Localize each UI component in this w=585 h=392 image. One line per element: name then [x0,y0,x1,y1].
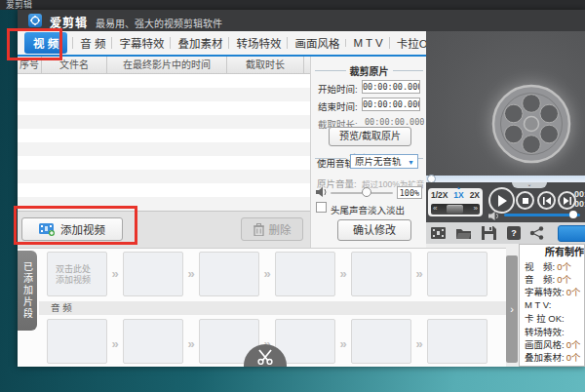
audio-clip-slot[interactable] [47,319,107,364]
jog-shuttle[interactable]: « » [431,204,480,215]
fade-checkbox[interactable] [316,202,327,213]
volume-percent-input[interactable] [397,186,422,199]
summary-title: 所有制作 [520,245,584,259]
confirm-changes-button[interactable]: 确认修改 [337,219,411,241]
time-total: 00:00:00 [574,199,585,209]
help-icon[interactable]: ? [507,226,521,240]
settings-panel: 裁剪原片 开始时间: 结束时间: 截取时长: 00:00:00.000 预览/截… [310,57,426,248]
video-clip-slot[interactable] [427,252,488,296]
tab-video[interactable]: 视 频 [24,32,67,54]
column-clip-duration: 截取时长 [227,57,304,73]
audio-track-value: 原片无音轨 [355,156,402,167]
summary-row-video: 视 频:0个 [520,259,584,272]
tab-subtitle-effects[interactable]: 字幕特效 [113,32,170,54]
chevron-icon: » [335,266,351,281]
speed-control: 1/2X ▴1X 2X « » [428,188,483,216]
film-reel-icon [490,83,572,165]
clip-duration-value: 00:00:00.000 [365,117,424,127]
summary-row-audio: 音 频:0个 [520,272,584,285]
taskbar-strip: 爱剪辑 [0,0,585,10]
jog-thumb[interactable] [447,205,463,214]
stop-button[interactable] [516,191,534,210]
audio-row-label: 音 频 [39,301,506,315]
tab-transition-effects[interactable]: 转场特效 [230,32,287,54]
volume-speaker-icon [488,212,500,220]
playback-controls: ⌄ 1/2X ▴1X 2X « » [426,182,585,222]
end-time-input[interactable] [362,98,420,111]
delete-label: 删除 [269,221,292,237]
app-logo-icon [28,14,42,27]
save-icon[interactable] [482,226,496,240]
timeline-section: 已添加片段 双击此处添加视频 » » » » » 音 频 » [18,248,506,367]
jog-left-icon: « [433,204,437,214]
chevron-icon: » [259,266,275,281]
taskbar-window-title: 爱剪辑 [6,0,32,10]
app-window: 爱剪辑 最易用、强大的视频剪辑软件 视 频 音 频 字幕特效 叠加素材 转场特效… [18,10,585,367]
added-clips-side-tab[interactable]: 已添加片段 [18,251,37,331]
prev-frame-icon [543,197,551,205]
speaker-icon [316,187,328,197]
panel-expander[interactable]: › [506,255,518,363]
tab-overlay-material[interactable]: 叠加素材 [172,32,228,54]
scissors-icon [254,349,277,365]
video-clip-slot[interactable] [199,252,259,296]
start-time-label: 开始时间: [318,82,358,96]
audio-track-select[interactable]: 原片无音轨 ▼ [350,154,418,169]
column-index: 序号 [18,57,42,73]
chevron-icon: » [107,336,123,351]
share-icon[interactable] [529,226,544,240]
video-clip-slot[interactable] [275,252,335,296]
play-button[interactable] [488,187,515,214]
video-clip-slot[interactable] [351,252,411,296]
chevron-icon: » [411,336,427,351]
audio-clip-slot[interactable] [123,319,183,364]
trash-icon [254,223,264,236]
summary-row-subtitle: 字幕特效:0个 [520,286,584,298]
video-preview [426,31,585,176]
video-clip-slot[interactable] [123,252,183,296]
video-clip-slot[interactable]: 双击此处添加视频 [47,252,107,296]
tab-picture-style[interactable]: 画面风格 [289,32,345,54]
add-video-hint: 双击此处添加视频 [56,264,91,286]
seek-bar[interactable] [426,176,585,182]
speed-2x-button[interactable]: 2X [470,190,480,200]
title-bar: 爱剪辑 最易用、强大的视频剪辑软件 [18,10,585,31]
play-icon [497,195,507,207]
chevron-icon: » [107,266,123,281]
add-video-label: 添加视频 [60,221,105,237]
add-video-button[interactable]: 添加视频 [21,217,123,241]
speed-marker-icon: ▴ [457,184,460,190]
app-title: 爱剪辑 [50,14,88,30]
time-current: 00:00:00 [574,189,585,199]
tab-audio[interactable]: 音 频 [74,32,111,54]
open-folder-icon[interactable] [456,226,471,240]
expander-arrow-icon: › [510,303,514,315]
summary-row-mtv: M T V: [520,298,584,311]
end-time-label: 结束时间: [318,99,358,113]
speed-1x-button[interactable]: ▴1X [453,190,463,200]
start-time-input[interactable] [362,80,420,94]
chevron-icon: » [183,336,199,351]
delete-button[interactable]: 删除 [241,217,303,241]
fade-checkbox-label: 头尾声音淡入淡出 [331,203,405,216]
collapse-notch[interactable]: ⌄ [512,182,547,188]
preview-volume-handle[interactable] [569,211,577,218]
export-button[interactable] [558,225,585,242]
action-button-bar: 添加视频 删除 [18,211,310,248]
prev-frame-button[interactable] [537,191,556,210]
export-video-icon[interactable] [431,226,446,240]
audio-clip-slot[interactable] [427,319,488,364]
tab-mtv[interactable]: M T V [347,34,388,52]
caret-down-icon: ▼ [408,156,414,169]
quick-icon-bar: ? [426,222,585,244]
volume-slider-handle[interactable] [362,187,371,197]
file-list-header: 序号 文件名 在最终影片中的时间 截取时长 [18,57,310,74]
next-frame-icon [564,197,571,205]
speed-half-button[interactable]: 1/2X [431,190,448,200]
summary-row-karaoke: 卡 拉 OK: [520,312,584,325]
time-display: 00:00:00 00:00:00 [574,189,585,209]
preview-capture-button[interactable]: 预览/截取原片 [329,127,411,146]
audio-clip-slot[interactable] [351,319,411,364]
summary-row-style: 画面风格:0个 [520,337,584,350]
jog-right-icon: » [474,204,478,214]
